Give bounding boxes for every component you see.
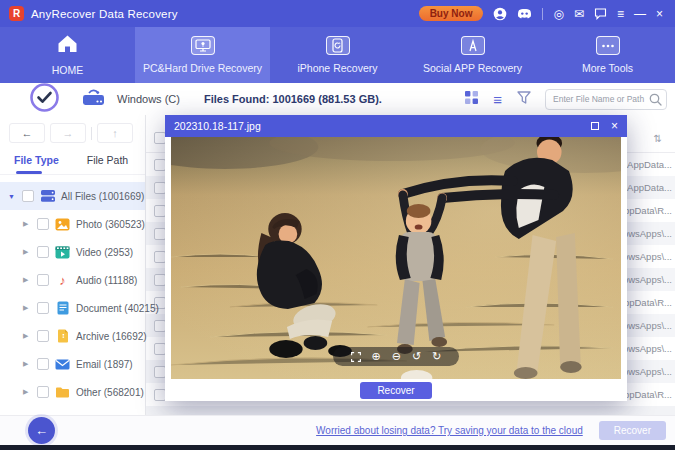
tree-item-label: All Files (1001669) (61, 191, 144, 202)
tree-item-document[interactable]: ▶ Document (40215) (0, 294, 145, 322)
cloud-backup-link[interactable]: Worried about losing data? Try saving yo… (316, 425, 583, 436)
zoom-out-icon[interactable]: ⊖ (392, 351, 401, 362)
fullscreen-icon[interactable] (351, 352, 361, 362)
back-button[interactable]: ← (9, 123, 45, 143)
bottom-bar: ← Worried about losing data? Try saving … (0, 415, 675, 445)
tree-item-other[interactable]: ▶ Other (568201) (0, 378, 145, 406)
title-bar: R AnyRecover Data Recovery Buy Now ◎ ✉ ≡… (0, 0, 675, 27)
caret-right-icon[interactable]: ▶ (23, 220, 32, 228)
tree-item-archive[interactable]: ▶ Archive (16692) (0, 322, 145, 350)
audio-icon: ♪ (54, 273, 71, 288)
filter-icon[interactable] (517, 90, 531, 108)
tree-checkbox[interactable] (37, 358, 49, 370)
close-icon[interactable]: × (656, 8, 663, 20)
titlebar-separator (542, 8, 543, 20)
preview-modal-titlebar: 202310.18-117.jpg × (165, 115, 627, 137)
up-button[interactable]: ↑ (97, 123, 133, 143)
files-found-status: Files Found: 1001669 (881.53 GB). (204, 93, 382, 105)
tree-checkbox[interactable] (37, 246, 49, 258)
minimize-icon[interactable]: — (634, 8, 646, 20)
social-app-recovery-icon (461, 36, 485, 55)
tree-item-email[interactable]: ▶ Email (1897) (0, 350, 145, 378)
menu-icon[interactable]: ≡ (617, 8, 624, 20)
maximize-icon[interactable] (591, 122, 599, 130)
tree-item-video[interactable]: ▶ Video (2953) (0, 238, 145, 266)
email-icon (54, 357, 71, 372)
tab-home[interactable]: HOME (0, 27, 135, 83)
tab-label: Social APP Recovery (423, 62, 522, 74)
tab-file-type[interactable]: File Type (14, 154, 59, 174)
tab-file-path[interactable]: File Path (87, 154, 128, 174)
tab-more-tools[interactable]: More Tools (540, 27, 675, 83)
video-icon (54, 245, 71, 260)
rotate-right-icon[interactable]: ↻ (432, 351, 441, 362)
preview-modal: 202310.18-117.jpg × (165, 115, 627, 401)
forward-button[interactable]: → (50, 123, 86, 143)
back-button[interactable]: ← (28, 417, 55, 444)
close-icon[interactable]: × (611, 120, 618, 132)
all-files-icon (39, 189, 56, 204)
support-target-icon[interactable]: ◎ (553, 8, 563, 20)
sidebar-tabs: File Type File Path (0, 148, 145, 175)
mail-icon[interactable]: ✉ (574, 8, 584, 20)
modal-recover-button[interactable]: Recover (360, 382, 431, 399)
caret-right-icon[interactable]: ▶ (23, 332, 32, 340)
folder-icon (54, 385, 71, 400)
tab-social-app-recovery[interactable]: Social APP Recovery (405, 27, 540, 83)
user-account-icon[interactable] (493, 7, 507, 21)
tree-checkbox[interactable] (37, 386, 49, 398)
grid-view-icon[interactable] (465, 90, 478, 108)
caret-right-icon[interactable]: ▶ (23, 248, 32, 256)
tree-item-audio[interactable]: ▶ ♪ Audio (11188) (0, 266, 145, 294)
tree-checkbox[interactable] (37, 218, 49, 230)
iphone-recovery-icon (326, 36, 350, 55)
preview-file-name: 202310.18-117.jpg (174, 120, 261, 132)
photo-icon (54, 217, 71, 232)
tree-checkbox[interactable] (37, 330, 49, 342)
tab-label: iPhone Recovery (298, 62, 378, 74)
tree-item-all-files[interactable]: ▼ All Files (1001669) (0, 182, 145, 210)
list-view-icon[interactable]: ≡ (493, 92, 502, 107)
file-type-tree: ▼ All Files (1001669) ▶ Photo (360523) ▶… (0, 175, 145, 406)
discord-icon[interactable] (517, 8, 532, 19)
app-title: AnyRecover Data Recovery (31, 8, 178, 20)
pc-recovery-icon (191, 36, 215, 55)
preview-image-area: ⊕ ⊖ ↺ ↻ (171, 137, 621, 379)
drive-icon (81, 88, 106, 111)
tree-item-label: Document (40215) (76, 303, 159, 314)
caret-down-icon[interactable]: ▼ (8, 193, 17, 200)
scan-complete-check-icon (30, 83, 59, 116)
tree-checkbox[interactable] (22, 190, 34, 202)
tree-item-label: Video (2953) (76, 247, 133, 258)
image-viewer-toolbar: ⊕ ⊖ ↺ ↻ (333, 347, 459, 366)
tab-iphone-recovery[interactable]: iPhone Recovery (270, 27, 405, 83)
tab-pc-hard-drive-recovery[interactable]: PC&Hard Drive Recovery (135, 27, 270, 83)
tree-item-label: Email (1897) (76, 359, 133, 370)
recover-button-disabled[interactable]: Recover (599, 421, 666, 440)
caret-right-icon[interactable]: ▶ (23, 360, 32, 368)
feedback-chat-icon[interactable] (594, 8, 607, 20)
caret-right-icon[interactable]: ▶ (23, 304, 32, 312)
preview-modal-footer: Recover (165, 379, 627, 401)
tree-item-label: Archive (16692) (76, 331, 147, 342)
zoom-in-icon[interactable]: ⊕ (372, 351, 381, 362)
tab-label: PC&Hard Drive Recovery (143, 62, 262, 74)
sort-icon[interactable]: ⇅ (654, 134, 662, 144)
archive-icon (54, 329, 71, 344)
drive-label: Windows (C) (117, 93, 180, 105)
caret-right-icon[interactable]: ▶ (23, 388, 32, 396)
titlebar-actions: Buy Now ◎ ✉ ≡ — × (419, 6, 663, 21)
preview-photo (171, 137, 621, 379)
view-controls: ≡ (465, 90, 531, 108)
rotate-left-icon[interactable]: ↺ (412, 351, 421, 362)
tree-item-photo[interactable]: ▶ Photo (360523) (0, 210, 145, 238)
buy-now-button[interactable]: Buy Now (419, 6, 484, 21)
tree-checkbox[interactable] (37, 302, 49, 314)
tree-checkbox[interactable] (37, 274, 49, 286)
tree-item-label: Other (568201) (76, 387, 144, 398)
more-tools-icon (596, 36, 620, 55)
bottom-strip (0, 445, 675, 450)
caret-right-icon[interactable]: ▶ (23, 276, 32, 284)
search-icon[interactable] (649, 92, 662, 110)
sidebar-history-nav: ← → ↑ (0, 115, 145, 148)
